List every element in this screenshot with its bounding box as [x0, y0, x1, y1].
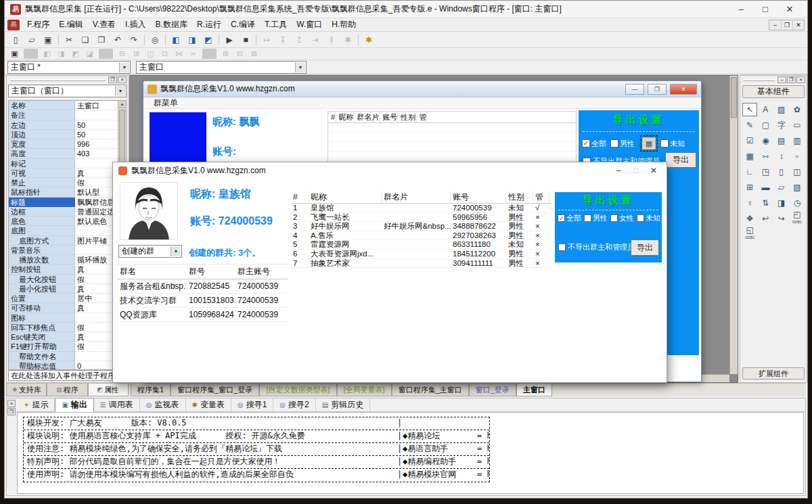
component-selector[interactable]: 主窗口（窗口） ▼ — [8, 85, 127, 97]
panel-close-icon[interactable]: × — [7, 400, 16, 407]
column-header[interactable]: # — [328, 112, 336, 122]
toolbar-button[interactable]: ⊟ — [115, 49, 129, 59]
menu-item[interactable]: H.帮助 — [327, 18, 361, 31]
toolbar-button[interactable]: ⊞ — [219, 49, 233, 59]
palette-component-icon[interactable]: ◳ — [758, 165, 773, 179]
palette-component-icon[interactable]: ❖ — [742, 212, 757, 225]
design-window-titlebar[interactable]: 飘飘群信息采集V1.0 www.hzgzn.com — ❐ ✕ — [143, 81, 701, 97]
code-tab[interactable]: 程序集1 — [131, 384, 171, 396]
toolbar-button[interactable]: ◧ — [168, 33, 184, 47]
property-row[interactable]: 可视 真 — [9, 168, 126, 178]
column-header[interactable]: 昵称 — [336, 112, 354, 122]
maximize-icon[interactable]: ❐ — [648, 84, 667, 95]
group-row[interactable]: 服务器合租&nbsp... 720882545 724000539 — [117, 279, 288, 294]
column-header[interactable]: 群号 — [186, 265, 235, 279]
property-row[interactable]: 帮助标志值 0 — [9, 361, 126, 370]
palette-component-icon[interactable]: ◰ODBC — [790, 212, 805, 225]
toolbar-button[interactable]: ◎ — [147, 33, 163, 47]
toolbar-button[interactable]: ◫ — [143, 49, 158, 59]
property-row[interactable]: 鼠标指针 默认型 — [9, 187, 126, 197]
export-checkbox[interactable]: 男性 — [610, 139, 635, 149]
toolbar-button[interactable]: ✱ — [340, 33, 356, 47]
property-row[interactable]: 边框 普通固定边框 — [9, 207, 126, 216]
minimize-icon[interactable]: — — [625, 84, 644, 95]
checkbox-icon[interactable]: ✓ — [558, 214, 565, 222]
toolbar-button[interactable] — [219, 35, 219, 45]
selected-component[interactable]: ▦ — [641, 137, 656, 150]
palette-component-icon[interactable]: ▭ — [790, 118, 805, 132]
property-row[interactable]: 回车下移焦点 假 — [9, 323, 126, 332]
toolbar-button[interactable] — [144, 35, 145, 45]
mdi-close-icon[interactable]: ✕ — [792, 20, 804, 30]
code-tab[interactable]: 窗口程序集_窗口_登录 — [171, 384, 259, 396]
member-row[interactable]: 1 皇族馆 724000539 未知 √ — [291, 204, 551, 213]
palette-component-icon[interactable]: ∟ — [742, 165, 757, 179]
toolbar-button[interactable]: ↦ — [258, 33, 275, 47]
menu-item[interactable]: R.运行 — [192, 18, 226, 31]
toolbar-button[interactable]: ◨ — [54, 49, 68, 59]
toolbar-button[interactable]: ↧ — [275, 33, 291, 47]
code-tab[interactable]: 窗口_登录 — [469, 384, 516, 396]
export-button[interactable]: 导出 — [631, 239, 659, 256]
toolbar-button[interactable]: ↶ — [110, 33, 126, 47]
palette-component-icon[interactable]: ✎ — [742, 118, 757, 132]
palette-component-icon[interactable]: ☑ — [742, 134, 757, 147]
property-row[interactable]: F1键打开帮助 假 — [9, 342, 126, 351]
palette-component-icon[interactable]: ↩ — [758, 212, 773, 225]
member-row[interactable]: 7 抽象艺术家 3094111111 男性 × — [291, 259, 551, 269]
palette-component-icon[interactable]: ◱ODBC — [742, 227, 757, 241]
column-header[interactable]: 群名片 — [382, 191, 451, 203]
menu-item[interactable]: V.查看 — [88, 18, 120, 31]
export-checkbox[interactable]: 女性 — [610, 213, 634, 223]
toolbar-button[interactable] — [256, 35, 256, 45]
output-tab[interactable]: ☰ 调用表 — [94, 398, 140, 411]
toolbar-button[interactable] — [99, 49, 113, 59]
palette-component-icon[interactable]: ▯ — [774, 165, 789, 179]
palette-component-icon[interactable]: ⇅ — [758, 196, 773, 210]
column-header[interactable]: 性别 — [398, 112, 416, 122]
palette-component-icon[interactable]: A — [758, 103, 773, 116]
output-tab[interactable]: ✱ 变量表 — [186, 398, 231, 411]
toolbar-button[interactable]: ■ — [238, 33, 254, 47]
property-row[interactable]: 底图 — [9, 226, 126, 235]
toolbar-button[interactable]: ✱ — [361, 33, 377, 47]
toolbar-button[interactable]: ⊟ — [233, 49, 247, 59]
palette-component-icon[interactable]: ◷ — [790, 196, 805, 210]
column-header[interactable]: 账号 — [380, 112, 398, 122]
code-tab[interactable]: [全局变量表] — [337, 384, 392, 396]
toolbar-button[interactable] — [165, 35, 166, 45]
column-header[interactable]: # — [291, 191, 309, 203]
palette-component-icon[interactable]: ↖ — [742, 103, 757, 116]
toolbar-button[interactable]: ≍ — [186, 49, 200, 59]
panel-grip[interactable] — [744, 79, 775, 81]
minimize-icon[interactable]: – — [729, 4, 753, 14]
toolbar-button[interactable]: ▱ — [24, 33, 40, 47]
palette-component-icon[interactable]: ⇿ — [758, 150, 773, 163]
member-row[interactable]: 2 飞鹰一站长 59965956 男性 × — [291, 213, 551, 223]
basic-components-button[interactable]: 基本组件 — [742, 85, 805, 98]
toolbar-button[interactable]: ◩ — [68, 49, 83, 59]
property-row[interactable]: 最小化按钮 真 — [9, 284, 126, 294]
property-row[interactable]: 背景音乐 — [9, 246, 126, 255]
toolbar-button[interactable]: ✂ — [61, 33, 77, 47]
group-menu-item[interactable]: 群菜单 — [149, 97, 183, 110]
panel-restore-icon[interactable]: ❐ — [7, 408, 16, 415]
output-tab[interactable]: ▣ 输出 — [55, 398, 93, 412]
property-row[interactable]: Esc键关闭 真 — [9, 332, 126, 342]
palette-component-icon[interactable]: ↪ — [774, 212, 789, 225]
palette-component-icon[interactable]: ♁ — [742, 196, 757, 210]
close-icon[interactable]: ✕ — [650, 166, 657, 175]
runtime-window-titlebar[interactable]: 飘飘群信息采集V1.0 www.hzgzn.com – □ ✕ — [113, 162, 667, 179]
toolbar-button[interactable]: ◨ — [184, 33, 200, 47]
column-header[interactable]: 群名 — [117, 265, 186, 279]
group-row[interactable]: QQ资源库 1059968424 724000539 — [117, 308, 288, 322]
menu-item[interactable]: B.数据库 — [151, 18, 192, 31]
checkbox-icon[interactable] — [584, 214, 591, 222]
palette-component-icon[interactable]: ▤ — [774, 134, 789, 147]
palette-component-icon[interactable]: ▥ — [790, 134, 805, 147]
property-row[interactable]: 左边 50 — [9, 120, 126, 130]
property-row[interactable]: 控制按钮 真 — [9, 265, 126, 274]
export-checkbox[interactable]: 未知 — [637, 213, 660, 223]
event-hint-box[interactable]: 在此处选择加入事件处理子程序 — [8, 370, 127, 381]
column-header[interactable]: 群名片 — [354, 112, 380, 122]
